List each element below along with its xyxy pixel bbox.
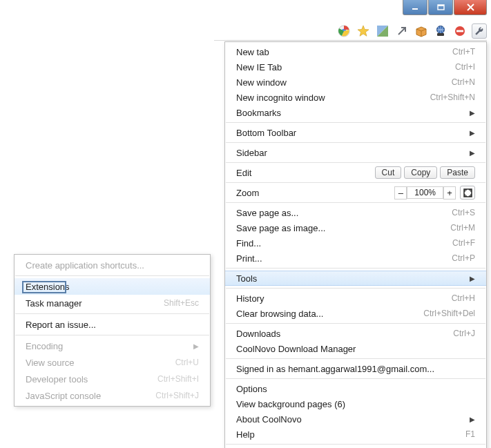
menu-separator [226,323,485,324]
menu-find[interactable]: Find...Ctrl+F [225,235,486,251]
menu-label: Find... [236,238,452,249]
menu-separator [226,358,485,359]
menu-label: Bookmarks [236,108,464,118]
toolbar-separator [214,40,487,41]
menu-sidebar[interactable]: Sidebar▶ [225,145,486,160]
shortcut: Ctrl+Shift+Del [423,309,475,318]
menu-separator [226,122,485,123]
menu-label: CoolNovo Download Manager [236,344,475,354]
copy-button[interactable]: Copy [404,166,437,179]
maximize-button[interactable] [428,0,453,15]
wrench-icon[interactable] [472,23,487,39]
menu-signed-in[interactable]: Signed in as hemant.aggarwal1991@gmail.c… [225,361,486,376]
submenu-label: Report an issue... [26,320,199,330]
menu-separator [226,142,485,143]
menu-label: New incognito window [236,92,430,103]
menu-label: Options [236,384,475,394]
menu-separator [226,202,485,203]
shortcut: Ctrl+I [455,62,475,72]
submenu-label: View source [26,358,175,368]
menu-separator [15,335,209,335]
main-menu: New tabCtrl+T New IE TabCtrl+I New windo… [224,41,487,448]
shortcut: Ctrl+M [450,223,475,233]
menu-new-tab[interactable]: New tabCtrl+T [225,44,486,59]
submenu-task-manager[interactable]: Task managerShift+Esc [15,295,210,311]
shortcut: Ctrl+Shift+N [430,92,475,102]
menu-new-window[interactable]: New windowCtrl+N [225,75,486,90]
menu-new-incognito[interactable]: New incognito windowCtrl+Shift+N [225,90,486,105]
menu-tools[interactable]: Tools▶ [225,271,486,286]
shortcut: Ctrl+J [453,329,475,338]
menu-separator [226,182,485,183]
submenu-label: JavaScript console [26,391,155,401]
shortcut: F1 [465,429,475,439]
minimize-button[interactable] [403,0,427,15]
shortcut: Ctrl+P [452,253,475,263]
menu-download-manager[interactable]: CoolNovo Download Manager [225,341,486,356]
menu-clear-data[interactable]: Clear browsing data...Ctrl+Shift+Del [225,306,486,321]
flag-icon[interactable] [375,23,390,39]
menu-label: About CoolNovo [236,414,464,425]
shortcut: Ctrl+T [452,47,475,57]
diag-arrow-icon[interactable] [394,23,410,39]
menu-background-pages[interactable]: View background pages (6) [225,396,486,411]
menu-label: History [236,293,452,304]
submenu-label: Create application shortcuts... [26,260,199,271]
selection-highlight [22,281,66,293]
shortcut: Shift+Esc [164,298,199,308]
menu-save-page[interactable]: Save page as...Ctrl+S [225,205,486,220]
submenu-report-issue[interactable]: Report an issue... [15,316,210,333]
menu-save-image[interactable]: Save page as image...Ctrl+M [225,220,486,235]
menu-print[interactable]: Print...Ctrl+P [225,251,486,266]
zoom-in-button[interactable]: + [443,186,456,199]
paste-button[interactable]: Paste [440,166,475,179]
menu-about[interactable]: About CoolNovo▶ [225,411,486,427]
menu-separator [226,288,485,289]
menu-new-ie-tab[interactable]: New IE TabCtrl+I [225,59,486,75]
submenu-dev-tools[interactable]: Developer toolsCtrl+Shift+I [15,371,210,387]
menu-label: Save page as... [236,208,452,218]
svg-rect-16 [456,30,463,32]
box-icon[interactable] [414,23,429,39]
submenu-arrow-icon: ▶ [470,129,475,137]
block-icon[interactable] [452,23,468,39]
menu-label: Signed in as hemant.aggarwal1991@gmail.c… [236,364,475,374]
menu-label: Edit [236,168,372,178]
submenu-view-source[interactable]: View sourceCtrl+U [15,354,210,371]
menu-edit: Edit Cut Copy Paste [225,165,486,180]
window-controls [402,0,487,15]
zoom-out-button[interactable]: – [394,186,407,199]
submenu-js-console[interactable]: JavaScript consoleCtrl+Shift+J [15,387,210,404]
svg-line-11 [398,28,405,35]
menu-separator [226,378,485,379]
shortcut: Ctrl+N [452,77,475,87]
menu-label: New window [236,77,452,88]
toolbar [336,23,487,39]
shortcut: Ctrl+H [452,293,475,303]
fullscreen-button[interactable] [460,186,475,199]
menu-bottom-toolbar[interactable]: Bottom Toolbar▶ [225,125,486,140]
menu-options[interactable]: Options [225,381,486,396]
submenu-arrow-icon: ▶ [193,342,199,350]
tools-submenu: Create application shortcuts... Extensio… [14,254,211,407]
submenu-arrow-icon: ▶ [470,275,475,282]
menu-label: Zoom [236,188,394,198]
star-icon[interactable] [356,23,371,39]
submenu-encoding[interactable]: Encoding▶ [15,338,210,354]
cut-button[interactable]: Cut [375,166,402,179]
menu-label: New IE Tab [236,62,455,72]
menu-label: Save page as image... [236,223,450,233]
submenu-arrow-icon: ▶ [470,416,475,423]
menu-history[interactable]: HistoryCtrl+H [225,291,486,306]
submenu-label: Task manager [26,298,164,309]
menu-downloads[interactable]: DownloadsCtrl+J [225,326,486,341]
menu-bookmarks[interactable]: Bookmarks▶ [225,105,486,120]
menu-separator [226,268,485,269]
menu-zoom: Zoom – 100% + [225,185,486,200]
menu-label: New tab [236,47,452,57]
globe-icon[interactable] [433,23,448,39]
close-button[interactable] [454,0,487,15]
menu-help[interactable]: HelpF1 [225,427,486,442]
menu-label: Sidebar [236,148,464,158]
chrome-icon[interactable] [336,23,352,39]
